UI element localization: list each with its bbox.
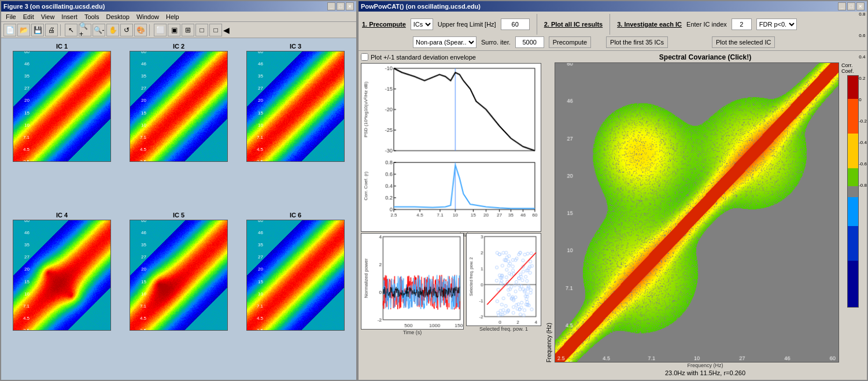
fdr-select[interactable]: FDR p<0... <box>756 19 797 30</box>
cov-y-label: Frequency (Hz) <box>546 62 552 362</box>
collapse-btn[interactable]: ◀ <box>223 25 230 35</box>
time-axis-label: Time (s) <box>361 330 464 335</box>
right-title: PowPowCAT() (on oscillating.ucsd.edu) <box>361 3 481 10</box>
menu-help[interactable]: Help <box>162 13 183 21</box>
enter-ic-label: Enter IC index <box>686 21 727 28</box>
ic1-canvas[interactable] <box>13 51 111 162</box>
ic4-panel: IC 4 <box>6 212 118 376</box>
cov-status: 23.0Hz with 11.5Hz, r=0.260 <box>664 368 747 378</box>
type-select[interactable]: ICs <box>411 19 433 30</box>
export-btn[interactable]: ⬜ <box>154 24 167 36</box>
left-title: Figure 3 (on oscillating.ucsd.edu) <box>3 3 105 10</box>
ic2-canvas[interactable] <box>130 51 228 162</box>
colorbar-ticks: 0.80.60.4 0.20 -0.2-0.4 -0.6-0.8 <box>859 51 867 188</box>
controls-area: 1. Precompute ICs Upper freq Limit [Hz] … <box>359 12 867 51</box>
left-titlebar-buttons: _ □ × <box>327 2 354 10</box>
print-btn[interactable]: 🖨 <box>45 24 58 36</box>
zoom-out-btn[interactable]: 🔍- <box>93 24 105 36</box>
cov-x-label: Frequency (Hz) <box>687 362 723 368</box>
r-maximize-btn[interactable]: □ <box>847 2 855 10</box>
scatter-x-label: Selected freq. pow. 1 <box>466 326 541 332</box>
ic4-label: IC 4 <box>56 212 68 219</box>
menu-view[interactable]: View <box>38 13 58 21</box>
psd-corr-canvas[interactable] <box>361 63 541 232</box>
r-close-btn[interactable]: × <box>856 2 865 10</box>
ic6-label: IC 6 <box>290 212 301 219</box>
ic3-panel: IC 3 <box>239 43 352 207</box>
ic-plots-area: IC 1 IC 2 IC 3 IC 4 IC 5 <box>1 38 356 380</box>
covariance-area: Spectral Covariance (Click!) Frequency (… <box>544 51 867 380</box>
precompute-btn[interactable]: Precompute <box>549 36 591 48</box>
cov-canvas[interactable] <box>555 62 839 362</box>
minimize-btn[interactable]: _ <box>327 2 335 10</box>
middle-plots: Plot +/-1 standard deviation envelope Fr… <box>359 51 544 380</box>
cursor-btn[interactable]: ↖ <box>65 24 77 36</box>
section3-label: 3. Investigate each IC <box>617 21 682 28</box>
menu-edit[interactable]: Edit <box>20 13 38 21</box>
left-titlebar: Figure 3 (on oscillating.ucsd.edu) _ □ × <box>1 1 356 12</box>
ic5-canvas[interactable] <box>130 220 228 331</box>
colorbar-canvas <box>847 75 859 308</box>
surro-iter-input[interactable] <box>515 36 544 48</box>
maximize-btn[interactable]: □ <box>337 2 345 10</box>
ic6-panel: IC 6 <box>239 212 352 376</box>
rotate-btn[interactable]: ↺ <box>120 24 133 36</box>
cov-title[interactable]: Spectral Covariance (Click!) <box>546 53 865 61</box>
ic-row-2: IC 4 IC 5 IC 6 <box>6 212 352 376</box>
ic5-label: IC 5 <box>173 212 184 219</box>
ic2-panel: IC 2 <box>123 43 235 207</box>
upper-freq-input[interactable] <box>501 19 530 30</box>
ic6-canvas[interactable] <box>246 220 345 331</box>
tb1[interactable]: □ <box>195 24 208 36</box>
time-canvas[interactable] <box>361 233 464 330</box>
right-titlebar-buttons: _ □ × <box>838 2 865 10</box>
ic4-canvas[interactable] <box>13 220 111 331</box>
plot-first-btn[interactable]: Plot the first 35 ICs <box>606 36 668 48</box>
menu-desktop[interactable]: Desktop <box>103 13 133 21</box>
sep2 <box>149 24 152 36</box>
controls-row2: Non-para (Spear... Surro. iter. Precompu… <box>362 36 863 48</box>
layout-btn[interactable]: ▣ <box>168 24 180 36</box>
bottom-plots: Time (s) Selected freq. pow. 1 <box>361 233 541 331</box>
color-btn[interactable]: 🎨 <box>134 24 147 36</box>
zoom-in-btn[interactable]: 🔍+ <box>79 24 91 36</box>
open-btn[interactable]: 📂 <box>17 24 30 36</box>
std-dev-checkbox[interactable] <box>361 53 368 61</box>
left-toolbar: 📄 📂 💾 🖨 ↖ 🔍+ 🔍- ✋ ↺ 🎨 ⬜ ▣ ⊞ □ □ ◀ <box>1 22 356 38</box>
ic3-label: IC 3 <box>290 43 301 50</box>
menu-file[interactable]: File <box>2 13 20 21</box>
ic-index-input[interactable] <box>732 19 752 30</box>
menu-insert[interactable]: Insert <box>58 13 81 21</box>
menu-window[interactable]: Window <box>133 13 162 21</box>
sep1 <box>60 24 62 36</box>
scatter-canvas[interactable] <box>466 233 541 326</box>
ic-row-1: IC 1 IC 2 IC 3 <box>6 43 352 207</box>
method-select[interactable]: Non-para (Spear... <box>413 36 477 48</box>
tb2[interactable]: □ <box>209 24 222 36</box>
left-menu-bar: File Edit View Insert Tools Desktop Wind… <box>1 12 356 22</box>
section2-label: 2. Plot all IC results <box>544 21 603 28</box>
ic1-label: IC 1 <box>56 43 68 50</box>
std-dev-row: Plot +/-1 standard deviation envelope <box>361 53 541 61</box>
ic2-label: IC 2 <box>173 43 184 50</box>
r-minimize-btn[interactable]: _ <box>838 2 846 10</box>
right-titlebar: PowPowCAT() (on oscillating.ucsd.edu) _ … <box>359 1 867 12</box>
divider2 <box>610 14 610 35</box>
divider1 <box>537 14 537 35</box>
left-figure-window: Figure 3 (on oscillating.ucsd.edu) _ □ ×… <box>0 0 357 381</box>
menu-tools[interactable]: Tools <box>81 13 103 21</box>
ic5-panel: IC 5 <box>123 212 235 376</box>
upper-freq-label: Upper freq Limit [Hz] <box>438 21 496 28</box>
save-btn[interactable]: 💾 <box>31 24 44 36</box>
close-btn[interactable]: × <box>346 2 354 10</box>
pan-btn[interactable]: ✋ <box>106 24 119 36</box>
plot-selected-btn[interactable]: Plot the selected IC <box>712 36 775 48</box>
new-btn[interactable]: 📄 <box>3 24 16 36</box>
right-powpowcat-window: PowPowCAT() (on oscillating.ucsd.edu) _ … <box>357 0 868 381</box>
surro-iter-label: Surro. iter. <box>481 39 511 46</box>
grid-btn[interactable]: ⊞ <box>182 24 194 36</box>
ic3-canvas[interactable] <box>246 51 345 162</box>
main-content: Plot +/-1 standard deviation envelope Fr… <box>359 51 867 380</box>
controls-row1: 1. Precompute ICs Upper freq Limit [Hz] … <box>362 14 863 35</box>
section1-label: 1. Precompute <box>362 21 406 28</box>
